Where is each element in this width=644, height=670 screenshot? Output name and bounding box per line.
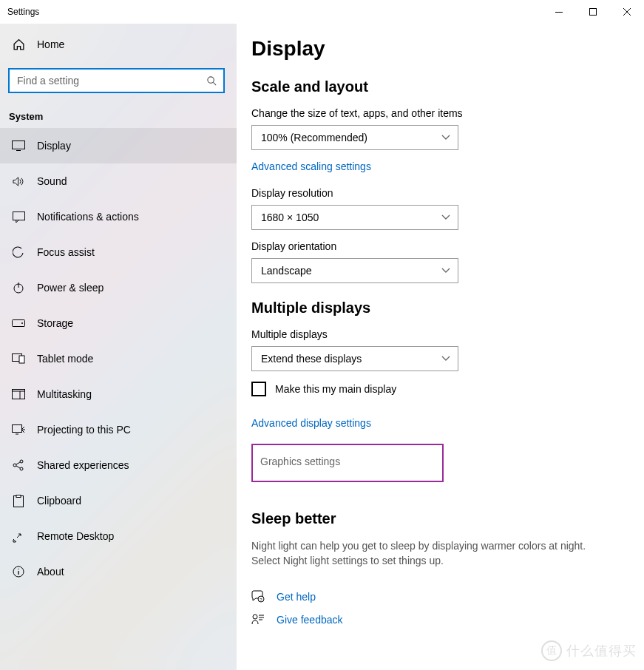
titlebar: Settings [0, 0, 644, 24]
nav-focus-assist[interactable]: Focus assist [0, 234, 237, 270]
multi-value: Extend these displays [261, 353, 362, 365]
search-input[interactable] [8, 68, 225, 93]
scale-value: 100% (Recommended) [261, 132, 367, 143]
main-content: Display Scale and layout Change the size… [237, 24, 644, 670]
multi-heading: Multiple displays [251, 300, 644, 317]
maximize-button[interactable] [576, 0, 610, 24]
resolution-label: Display resolution [251, 187, 644, 199]
svg-rect-0 [555, 12, 563, 13]
minimize-button[interactable] [542, 0, 576, 24]
window-controls [542, 0, 644, 24]
notifications-icon [12, 210, 25, 223]
graphics-settings-link[interactable]: Graphics settings [260, 456, 340, 467]
advanced-display-link[interactable]: Advanced display settings [251, 417, 644, 429]
give-feedback-link[interactable]: Give feedback [277, 614, 343, 626]
watermark: 值 什么值得买 [541, 640, 637, 661]
size-label: Change the size of text, apps, and other… [251, 107, 644, 119]
nav-shared-experiences[interactable]: Shared experiences [0, 447, 237, 483]
multitasking-icon [12, 388, 25, 401]
chevron-down-icon [441, 356, 450, 362]
get-help-icon: ? [251, 590, 266, 603]
nav-display[interactable]: Display [0, 128, 237, 163]
home-label: Home [37, 38, 64, 50]
search-field[interactable] [17, 75, 194, 87]
svg-point-2 [208, 76, 214, 82]
nav-storage[interactable]: Storage [0, 305, 237, 341]
scale-dropdown[interactable]: 100% (Recommended) [251, 125, 458, 150]
projecting-icon [12, 423, 25, 436]
shared-icon [12, 458, 25, 472]
graphics-settings-highlight[interactable]: Graphics settings [251, 444, 444, 482]
svg-point-13 [20, 460, 23, 463]
nav-sound[interactable]: Sound [0, 163, 237, 199]
sleep-heading: Sleep better [251, 510, 644, 527]
nav-clipboard[interactable]: Clipboard [0, 483, 237, 518]
svg-point-20 [253, 615, 257, 619]
sidebar: Home System Display Sound Notifications … [0, 24, 237, 670]
nav-multitasking[interactable]: Multitasking [0, 376, 237, 412]
watermark-badge-icon: 值 [541, 640, 562, 661]
nav-about[interactable]: About [0, 554, 237, 589]
svg-rect-10 [13, 390, 25, 399]
svg-point-12 [13, 464, 16, 467]
about-icon [12, 565, 25, 578]
chevron-down-icon [441, 135, 450, 141]
svg-rect-11 [13, 425, 22, 433]
svg-rect-16 [16, 495, 21, 497]
svg-rect-9 [19, 356, 24, 363]
storage-icon [12, 317, 25, 330]
feedback-icon [251, 614, 266, 626]
advanced-scaling-link[interactable]: Advanced scaling settings [251, 160, 644, 172]
svg-point-14 [20, 467, 23, 470]
chevron-down-icon [441, 268, 450, 274]
focus-assist-icon [12, 246, 25, 259]
power-icon [12, 281, 25, 294]
nav-tablet-mode[interactable]: Tablet mode [0, 341, 237, 376]
multi-label: Multiple displays [251, 328, 644, 340]
svg-rect-4 [13, 212, 24, 220]
orientation-label: Display orientation [251, 240, 644, 252]
svg-rect-3 [13, 141, 25, 149]
chevron-down-icon [441, 214, 450, 220]
resolution-dropdown[interactable]: 1680 × 1050 [251, 205, 458, 230]
search-icon [206, 75, 217, 87]
sleep-body: Night light can help you get to sleep by… [251, 539, 606, 568]
nav-power-sleep[interactable]: Power & sleep [0, 270, 237, 305]
get-help-link[interactable]: Get help [277, 591, 316, 603]
multi-dropdown[interactable]: Extend these displays [251, 346, 458, 371]
nav-projecting[interactable]: Projecting to this PC [0, 412, 237, 447]
tablet-icon [12, 352, 25, 365]
clipboard-icon [12, 494, 25, 507]
scale-heading: Scale and layout [251, 78, 644, 95]
home-button[interactable]: Home [0, 30, 237, 59]
svg-rect-1 [590, 9, 597, 16]
orientation-dropdown[interactable]: Landscape [251, 258, 458, 283]
nav-notifications[interactable]: Notifications & actions [0, 199, 237, 234]
svg-point-7 [21, 322, 23, 324]
sound-icon [12, 175, 25, 188]
remote-desktop-icon [12, 529, 25, 543]
display-icon [12, 139, 25, 152]
close-button[interactable] [610, 0, 644, 24]
nav-remote-desktop[interactable]: Remote Desktop [0, 518, 237, 554]
main-display-label: Make this my main display [275, 383, 396, 395]
orientation-value: Landscape [261, 265, 312, 277]
category-header: System [0, 104, 237, 128]
resolution-value: 1680 × 1050 [261, 212, 319, 223]
window-title: Settings [7, 7, 39, 17]
main-display-checkbox[interactable] [251, 382, 266, 396]
page-title: Display [251, 37, 644, 61]
home-icon [12, 38, 25, 51]
